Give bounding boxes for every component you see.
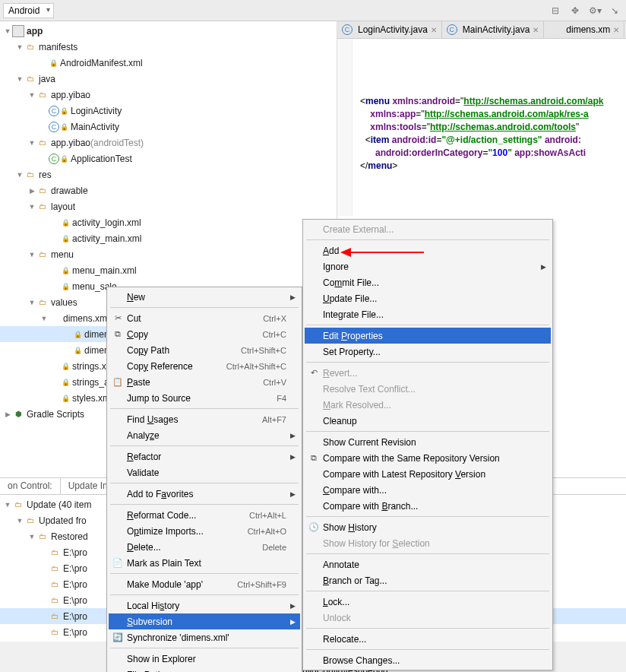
menu-item[interactable]: Compare with...: [305, 482, 551, 498]
menu-item[interactable]: 📋PasteCtrl+V: [109, 374, 300, 390]
menu-item[interactable]: Delete...Delete: [109, 539, 300, 555]
menu-item[interactable]: Add: [305, 242, 551, 258]
menu-item[interactable]: Lock...: [305, 594, 551, 610]
menu-item[interactable]: 🔄Synchronize 'dimens.xml': [109, 629, 300, 645]
expand-arrow-icon[interactable]: ▼: [15, 75, 24, 83]
menu-item[interactable]: Make Module 'app'Ctrl+Shift+F9: [109, 576, 300, 592]
close-icon[interactable]: ✕: [533, 26, 539, 34]
menu-item[interactable]: Commit File...: [305, 274, 551, 290]
menu-item[interactable]: Integrate File...: [305, 306, 551, 322]
tree-row[interactable]: 🔒menu_main.xml: [0, 262, 337, 278]
menu-item[interactable]: Cleanup: [305, 413, 551, 429]
tree-row[interactable]: 🔒activity_login.xml: [0, 214, 337, 230]
node-label: LoginActivity: [71, 106, 122, 116]
menu-item[interactable]: Copy ReferenceCtrl+Alt+Shift+C: [109, 358, 300, 374]
menu-shortcut: Delete: [239, 543, 286, 552]
menu-item[interactable]: Subversion▶: [109, 613, 300, 629]
tree-row[interactable]: ▼🗀java: [0, 71, 337, 87]
menu-item[interactable]: Update File...: [305, 290, 551, 306]
editor-tab[interactable]: dimens.xm✕: [544, 21, 624, 38]
expand-arrow-icon[interactable]: ▼: [15, 43, 24, 51]
menu-item[interactable]: Branch or Tag...: [305, 572, 551, 588]
expand-arrow-icon[interactable]: ▶: [3, 410, 12, 418]
menu-item[interactable]: Annotate: [305, 556, 551, 572]
menu-separator: [110, 445, 299, 446]
tree-row[interactable]: ▼🗀manifests: [0, 39, 337, 55]
expand-arrow-icon[interactable]: ▼: [27, 91, 36, 99]
tree-row[interactable]: ▶🗀drawable: [0, 182, 337, 198]
close-icon[interactable]: ✕: [613, 26, 619, 34]
expand-arrow-icon[interactable]: ▼: [27, 203, 36, 211]
menu-label: Lock...: [323, 597, 349, 607]
editor-tab[interactable]: CLoginActivity.java✕: [337, 21, 442, 38]
menu-item[interactable]: Copy PathCtrl+Shift+C: [109, 342, 300, 358]
menu-item[interactable]: New▶: [109, 289, 300, 305]
menu-item[interactable]: Find UsagesAlt+F7: [109, 411, 300, 427]
menu-item[interactable]: Jump to SourceF4: [109, 390, 300, 406]
bottom-tab-control[interactable]: on Control:: [0, 478, 61, 494]
expand-arrow-icon[interactable]: ▼: [27, 139, 36, 147]
expand-arrow-icon[interactable]: ▼: [40, 315, 49, 322]
tree-row[interactable]: C🔒LoginActivity: [0, 103, 337, 119]
node-label: E:\pro: [63, 611, 87, 622]
menu-item[interactable]: Refactor▶: [109, 449, 300, 464]
menu-item[interactable]: Analyze▶: [109, 427, 300, 443]
menu-item[interactable]: Browse Changes...: [305, 652, 551, 668]
view-mode-dropdown[interactable]: Android: [3, 3, 54, 18]
menu-item[interactable]: Reformat Code...Ctrl+Alt+L: [109, 507, 300, 523]
code-editor[interactable]: <menu xmlns:android="http://schemas.andr…: [337, 39, 626, 216]
menu-label: Annotate: [323, 559, 359, 570]
editor-tab[interactable]: CMainActivity.java✕: [442, 21, 544, 38]
node-label: drawable: [51, 185, 88, 196]
menu-separator: [306, 431, 549, 432]
tree-row[interactable]: ▼🗀layout: [0, 198, 337, 214]
menu-label: Branch or Tag...: [323, 575, 387, 586]
close-icon[interactable]: ✕: [431, 26, 437, 34]
menu-item[interactable]: Ignore▶: [305, 258, 551, 274]
target-icon[interactable]: ✥: [567, 2, 583, 19]
tree-row[interactable]: ▼🗀app.yibao (androidTest): [0, 135, 337, 151]
menu-item[interactable]: Optimize Imports...Ctrl+Alt+O: [109, 523, 300, 539]
expand-arrow-icon[interactable]: ▶: [27, 187, 36, 195]
expand-arrow-icon[interactable]: ▼: [3, 27, 12, 35]
menu-item[interactable]: Validate: [109, 464, 300, 480]
menu-item[interactable]: ✂CutCtrl+X: [109, 310, 300, 326]
submenu-arrow-icon: ▶: [290, 618, 296, 626]
menu-item[interactable]: Set Property...: [305, 344, 551, 360]
tab-label: MainActivity.java: [463, 24, 530, 35]
file-icon: [549, 24, 561, 36]
menu-item[interactable]: Show Current Revision: [305, 434, 551, 450]
menu-item[interactable]: ⧉CopyCtrl+C: [109, 326, 300, 342]
tree-row[interactable]: C🔒ApplicationTest: [0, 151, 337, 166]
menu-item[interactable]: 📄Mark as Plain Text: [109, 555, 300, 571]
menu-item[interactable]: 🕓Show History: [305, 519, 551, 535]
lock-icon: 🔒: [49, 59, 58, 67]
menu-item[interactable]: ⧉Compare with the Same Repository Versio…: [305, 450, 551, 466]
menu-item[interactable]: Compare with Branch...: [305, 498, 551, 514]
tree-row[interactable]: ▼🗀app.yibao: [0, 87, 337, 103]
menu-item[interactable]: File PathCtrl+Alt+F12: [109, 667, 300, 672]
menu-item[interactable]: Local History▶: [109, 598, 300, 613]
menu-item[interactable]: Show in Explorer: [109, 651, 300, 667]
menu-item[interactable]: Add to Favorites▶: [109, 486, 300, 502]
expand-arrow-icon[interactable]: ▼: [27, 299, 36, 306]
gear-icon[interactable]: ⚙▾: [586, 2, 603, 19]
menu-label: Integrate File...: [323, 309, 384, 320]
menu-item[interactable]: Compare with Latest Repository Version: [305, 466, 551, 482]
expand-arrow-icon[interactable]: ▼: [15, 517, 24, 525]
expand-arrow-icon[interactable]: ▼: [3, 501, 12, 509]
expand-arrow-icon[interactable]: ▼: [27, 533, 36, 540]
tree-row[interactable]: 🔒AndroidManifest.xml: [0, 55, 337, 71]
tree-row[interactable]: ▼🗀res: [0, 166, 337, 182]
collapse-icon[interactable]: ⊟: [547, 2, 564, 19]
menu-item[interactable]: Edit Properties: [305, 328, 551, 344]
menu-item[interactable]: Relocate...: [305, 631, 551, 647]
expand-arrow-icon[interactable]: ▼: [27, 251, 36, 258]
tree-row[interactable]: 🔒activity_main.xml: [0, 230, 337, 246]
tree-row[interactable]: C🔒MainActivity: [0, 119, 337, 135]
hide-icon[interactable]: ↘: [606, 2, 623, 19]
tree-row[interactable]: ▼🗀menu: [0, 246, 337, 262]
tree-row[interactable]: ▼app: [0, 23, 337, 39]
menu-label: Optimize Imports...: [127, 526, 204, 537]
expand-arrow-icon[interactable]: ▼: [15, 171, 24, 179]
